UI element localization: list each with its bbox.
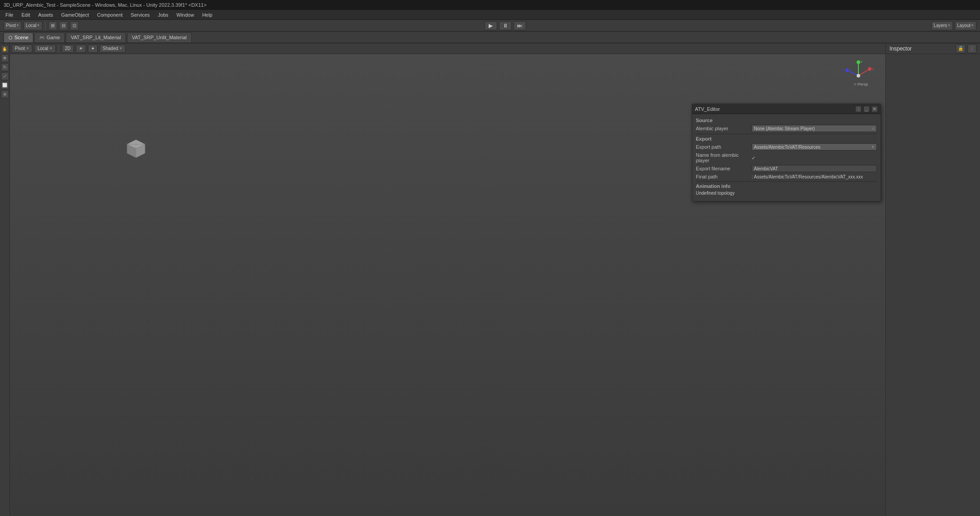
export-path-field[interactable]: Assets/AlembicToVAT/Resources ▼: [752, 143, 877, 151]
atv-minimize-btn[interactable]: _: [863, 106, 870, 112]
export-section-label: Export: [696, 136, 877, 142]
tab-mat2[interactable]: VAT_SRP_Unlit_Material: [127, 32, 192, 42]
alembic-player-picker: ⊙: [871, 127, 875, 131]
svg-point-13: [857, 60, 860, 64]
atv-editor-window: ATV_Editor ⋮ _ ✕ Source Alembic player N…: [692, 104, 881, 201]
menu-edit[interactable]: Edit: [18, 11, 34, 18]
menu-assets[interactable]: Assets: [35, 11, 57, 18]
toolbar-snap-btn[interactable]: ⊟: [59, 21, 68, 30]
play-button[interactable]: ▶: [485, 21, 497, 30]
name-from-alembic-label: Name from alembic player: [696, 152, 750, 163]
menu-component[interactable]: Component: [93, 11, 126, 18]
toolbar-right: Layers ▼ Layout ▼: [931, 21, 976, 30]
hand-tool-btn[interactable]: ✋: [1, 45, 9, 53]
scene-tab-icon: ⬡: [9, 35, 13, 40]
toolbar-grid-btn[interactable]: ⊞: [48, 21, 57, 30]
menu-bar: File Edit Assets GameObject Component Se…: [0, 10, 980, 20]
export-divider: [696, 134, 877, 134]
atv-close-btn[interactable]: ✕: [871, 106, 878, 112]
export-filename-field[interactable]: AlembicVAT: [752, 165, 877, 172]
pivot-dropdown-arrow: ▼: [16, 23, 19, 27]
local-dropdown-arrow: ▼: [36, 23, 40, 27]
source-section-label: Source: [696, 118, 877, 123]
inspector-lock-btn[interactable]: 🔒: [956, 44, 966, 53]
svg-line-15: [847, 70, 858, 76]
pivot-arrow: ▼: [26, 46, 29, 50]
toolbar-local-btn[interactable]: Local ▼: [23, 21, 42, 30]
main-toolbar: Pivot ▼ Local ▼ ⊞ ⊟ ⊡ ▶ ⏸ ⏭ Layers ▼ Lay…: [0, 20, 980, 32]
view-options-btn[interactable]: Shaded ▼: [100, 45, 126, 53]
tab-scene[interactable]: ⬡ Scene: [4, 32, 33, 42]
svg-text:< Persp: < Persp: [854, 82, 868, 87]
move-tool-btn[interactable]: ✥: [1, 54, 9, 62]
menu-window[interactable]: Window: [173, 11, 198, 18]
alembic-player-label: Alembic player: [696, 126, 750, 131]
export-filename-row: Export filename AlembicVAT: [696, 165, 877, 172]
rotate-tool-btn[interactable]: ↻: [1, 63, 9, 71]
tab-bar: ⬡ Scene 🎮 Game VAT_SRP_Lit_Material VAT_…: [0, 32, 980, 43]
toolbar-pivot-btn[interactable]: Pivot ▼: [4, 21, 22, 30]
toolbar-center: ▶ ⏸ ⏭: [81, 21, 930, 30]
shaded-arrow: ▼: [119, 46, 122, 50]
step-button[interactable]: ⏭: [513, 21, 526, 30]
fx-btn[interactable]: ✦: [88, 45, 98, 53]
export-filename-label: Export filename: [696, 166, 750, 171]
menu-services[interactable]: Services: [127, 11, 153, 18]
tab-game[interactable]: 🎮 Game: [34, 32, 65, 42]
inspector-more-btn[interactable]: ⋮: [967, 44, 976, 53]
pivot-dropdown[interactable]: Pivot ▼: [12, 45, 32, 53]
atv-titlebar[interactable]: ATV_Editor ⋮ _ ✕: [692, 104, 880, 114]
undefined-topology-row: Undefined topology: [696, 191, 877, 196]
toolbar-sep-1: [45, 22, 45, 30]
alembic-player-row: Alembic player None (Alembic Stream Play…: [696, 125, 877, 132]
animation-divider: [696, 181, 877, 182]
lighting-btn[interactable]: ☀: [76, 45, 86, 53]
scene-gizmo[interactable]: X Y Z < Persp: [840, 58, 876, 89]
atv-window-controls: ⋮ _ ✕: [855, 106, 878, 112]
2d-btn[interactable]: 2D: [62, 45, 74, 53]
menu-jobs[interactable]: Jobs: [154, 11, 172, 18]
alembic-player-field[interactable]: None (Alembic Stream Player) ⊙: [752, 125, 877, 132]
layout-dropdown-arrow: ▼: [971, 23, 974, 27]
final-path-row: Final path : Assets/AlembicToVAT/Resourc…: [696, 174, 877, 179]
final-path-label: Final path: [696, 174, 750, 179]
svg-point-10: [868, 67, 871, 71]
menu-gameobject[interactable]: GameObject: [58, 11, 93, 18]
title-bar: 3D_URP_Alembic_Test - SampleScene - Wind…: [0, 0, 980, 10]
undefined-topology-value: Undefined topology: [696, 191, 877, 196]
name-from-alembic-value: ✓: [752, 155, 877, 160]
inspector-content: [886, 54, 980, 516]
transform-tool-btn[interactable]: ⊕: [1, 90, 9, 98]
local-dropdown[interactable]: Local ▼: [34, 45, 56, 53]
atv-more-btn[interactable]: ⋮: [855, 106, 862, 112]
tab-mat1[interactable]: VAT_SRP_Lit_Material: [66, 32, 126, 42]
scene-toolbar: Pivot ▼ Local ▼ 2D ☀ ✦ Shaded ▼: [10, 43, 885, 54]
inspector-title: Inspector: [889, 46, 912, 52]
scale-tool-btn[interactable]: ⤢: [1, 72, 9, 80]
local-arrow: ▼: [49, 46, 53, 50]
right-panel: Inspector 🔒 ⋮: [885, 43, 980, 516]
title-text: 3D_URP_Alembic_Test - SampleScene - Wind…: [4, 2, 207, 8]
svg-text:X: X: [872, 67, 875, 71]
layers-dropdown-arrow: ▼: [947, 23, 951, 27]
menu-file[interactable]: File: [2, 11, 17, 18]
left-toolbar: ✋ ✥ ↻ ⤢ ⬜ ⊕: [0, 43, 10, 516]
atv-title: ATV_Editor: [695, 106, 720, 112]
export-path-dropdown: ▼: [871, 145, 875, 149]
scene-cube-object: [122, 135, 150, 162]
layout-btn[interactable]: Layout ▼: [955, 21, 976, 30]
final-path-value: : Assets/AlembicToVAT/Resources/AlembicV…: [752, 174, 877, 179]
pause-button[interactable]: ⏸: [499, 21, 512, 30]
svg-text:Z: Z: [842, 68, 844, 72]
rect-tool-btn[interactable]: ⬜: [1, 81, 9, 89]
name-from-alembic-row: Name from alembic player ✓: [696, 152, 877, 163]
svg-text:Y: Y: [860, 60, 863, 64]
menu-help[interactable]: Help: [199, 11, 216, 18]
animation-info-label: Animation info: [696, 183, 877, 189]
layers-btn[interactable]: Layers ▼: [931, 21, 953, 30]
scene-tb-sep: [59, 45, 59, 52]
inspector-header: Inspector 🔒 ⋮: [886, 43, 980, 54]
svg-point-16: [845, 68, 849, 72]
toolbar-more-btn[interactable]: ⊡: [70, 21, 79, 30]
atv-content: Source Alembic player None (Alembic Stre…: [692, 114, 880, 201]
